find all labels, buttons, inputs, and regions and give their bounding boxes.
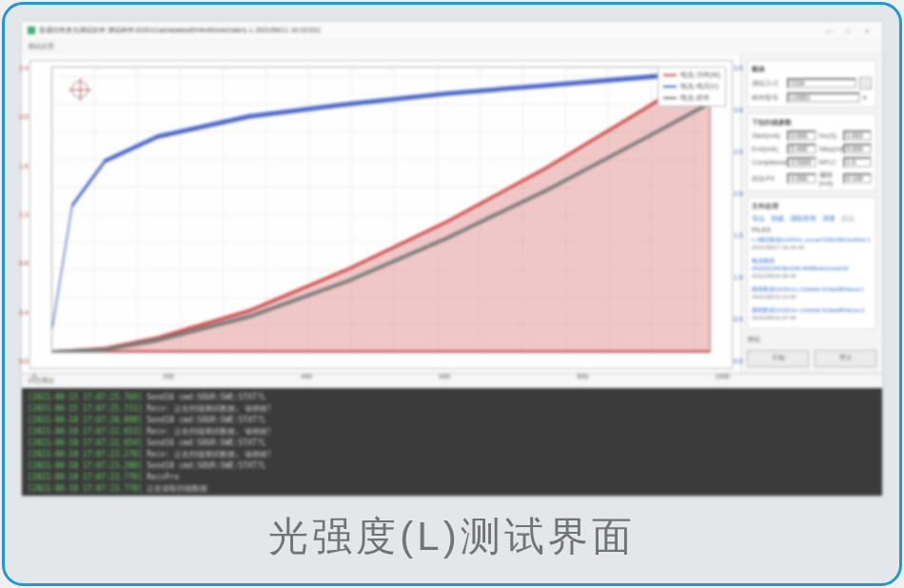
close-button[interactable]: × bbox=[857, 28, 876, 34]
section-sweep-params: 下拉扫描参数 Start(mA) 0.000 Inc(S) 1.003 End(… bbox=[747, 113, 876, 191]
label-offset: 偏移(mA) bbox=[819, 170, 840, 186]
legend-swatch-icon bbox=[663, 97, 677, 99]
subtoolbar: 测试设置 bbox=[22, 40, 882, 54]
label-start: Start(mA) bbox=[752, 132, 784, 139]
ytick-l: 1.6 bbox=[11, 163, 29, 169]
log-line: [2021-08-10 17:07:23.278] Recv: 正在扫描测试数据… bbox=[28, 449, 876, 461]
xtick: 800 bbox=[577, 373, 588, 380]
ytick-r: 0.0 bbox=[734, 358, 751, 364]
ytick-l: 2.4 bbox=[11, 65, 29, 71]
y-axis-left: 2.4 2.0 1.6 1.2 0.8 0.4 0.0 bbox=[11, 61, 29, 368]
file-name: 曲线数据13131/1x-11fa4eb-5c5ab9R4e1ar.1 bbox=[752, 285, 872, 293]
label-nplc: NPLC bbox=[819, 159, 840, 166]
app-icon bbox=[28, 27, 35, 34]
log-body[interactable]: [2021-08-15 17:07:25.769] Send16 cmd:SOU… bbox=[22, 388, 882, 496]
ytick-l: 1.2 bbox=[11, 211, 29, 218]
y-axis-right: 3.5 3.0 2.5 2.0 1.5 1.0 0.5 0.0 bbox=[734, 61, 751, 368]
input-end[interactable]: 0.400 bbox=[787, 144, 816, 154]
log-line: [2021-08-15 17:07:25.769] Send16 cmd:SOU… bbox=[28, 392, 876, 403]
input-step[interactable]: 5.009 bbox=[843, 144, 873, 154]
ytick-r: 0.5 bbox=[734, 316, 751, 323]
input-incs[interactable]: 1.003 bbox=[843, 130, 873, 141]
legend-item[interactable]: 电流-电压(V) bbox=[663, 82, 720, 91]
app-window: 普通特性发光测试软件 测试样件:0101G1ab/abatest0X4b40/x… bbox=[22, 22, 882, 496]
label-comp: Compliance(V) bbox=[752, 159, 784, 166]
input-sample-type[interactable]: LD001 bbox=[787, 92, 860, 103]
input-nplc[interactable]: 1.0 bbox=[843, 157, 873, 167]
xtick: 600 bbox=[439, 373, 450, 380]
file-item[interactable]: 电流曲线(R)20210413kc19fL49585ebdccea1912021… bbox=[752, 257, 872, 280]
footer-label: 测试 bbox=[747, 335, 876, 344]
ytick-r: 2.5 bbox=[734, 148, 751, 155]
section-title: 载体 bbox=[752, 65, 872, 74]
chart-box[interactable]: 2.4 2.0 1.6 1.2 0.8 0.4 0.0 3.5 3.0 2.5 … bbox=[29, 60, 733, 369]
link-clear[interactable]: 清零 bbox=[822, 214, 835, 224]
input-start[interactable]: 0.000 bbox=[787, 130, 816, 141]
legend: 电流-功率(W) 电流-电压(V) 电流-斜率 bbox=[658, 67, 726, 107]
legend-swatch-icon bbox=[663, 74, 677, 76]
file-name: 曲线数据13131/1x-11fa4eb-5c5ab9R4e1ar.2 bbox=[752, 306, 872, 314]
log-pane: 日志信息 [2021-08-15 17:07:25.769] Send16 cm… bbox=[22, 373, 882, 496]
ytick-l: 0.8 bbox=[11, 260, 29, 266]
x-axis: 0 200 400 600 800 1000 bbox=[30, 373, 732, 380]
file-date: 2021/08/16 09:40 bbox=[752, 272, 872, 280]
link-clearall[interactable]: 清除所有 bbox=[790, 214, 816, 224]
file-date: 2021/08/16 13:40 bbox=[752, 293, 872, 301]
side-panel: 载体 测试方式 OSA .. 样件型号 LD001 ▾ 下拉扫描参数 bbox=[740, 54, 882, 373]
ytick-l: 2.0 bbox=[11, 113, 29, 120]
link-fit[interactable]: 拟合 bbox=[841, 214, 855, 224]
section-title: 下拉扫描参数 bbox=[752, 118, 872, 127]
section-title: 文件处理 bbox=[752, 202, 872, 211]
link-load[interactable]: 加载 bbox=[771, 214, 784, 224]
action-buttons: 开始 停止 bbox=[747, 350, 876, 367]
input-fit[interactable]: 4.000 bbox=[787, 173, 816, 184]
stop-button[interactable]: 停止 bbox=[815, 350, 876, 367]
xtick: 200 bbox=[163, 373, 174, 380]
dropdown-icon[interactable]: ▾ bbox=[863, 94, 872, 102]
ytick-r: 1.0 bbox=[734, 274, 751, 281]
chart-pane: 2.4 2.0 1.6 1.2 0.8 0.4 0.0 3.5 3.0 2.5 … bbox=[22, 54, 740, 373]
file-name: 电流曲线(R)20210413kc19fL49585ebdccea191 bbox=[752, 257, 872, 272]
input-test-mode[interactable]: OSA bbox=[787, 78, 856, 88]
minimize-button[interactable]: — bbox=[819, 28, 838, 34]
file-item[interactable]: L-I测试数据G1001A_curve/T20210811xdFe2.12021… bbox=[752, 236, 872, 251]
ytick-r: 3.0 bbox=[734, 107, 751, 113]
label-sample-type: 样件型号 bbox=[752, 93, 784, 103]
plot-svg bbox=[52, 68, 710, 352]
files-title: FILES bbox=[752, 226, 872, 233]
files-list: L-I测试数据G1001A_curve/T20210811xdFe2.12021… bbox=[752, 236, 872, 322]
ytick-l: 0.0 bbox=[11, 358, 29, 364]
file-date: 2021/08/17 16:19:40 bbox=[752, 244, 872, 251]
section-carrier: 载体 测试方式 OSA .. 样件型号 LD001 ▾ bbox=[747, 60, 876, 108]
log-line: [2021-08-10 17:07:22.653] Recv: 正在扫描测试数据… bbox=[28, 426, 876, 438]
maximize-button[interactable]: □ bbox=[838, 28, 857, 34]
link-export[interactable]: 导出 bbox=[752, 214, 765, 224]
legend-label: 电流-斜率 bbox=[680, 93, 709, 103]
input-comp[interactable]: 3.5000 bbox=[787, 157, 816, 167]
log-line: [2021-08-15 17:07:25.731] Recv: 正在扫描测试数据… bbox=[28, 403, 876, 415]
input-offset[interactable]: 0.100 bbox=[843, 173, 873, 184]
xtick: 0 bbox=[32, 373, 36, 380]
label-step: Step(mA) bbox=[819, 146, 840, 152]
file-actions: 导出 加载 清除所有 清零 拟合 bbox=[752, 214, 872, 224]
file-name: L-I测试数据G1001A_curve/T20210811xdFe2.1 bbox=[752, 236, 872, 244]
legend-label: 电流-电压(V) bbox=[680, 82, 718, 91]
log-line: [2021-08-10 17:07:23.770] RecvPro bbox=[28, 472, 876, 483]
log-line: [2021-08-10 17:07:22.654] Send16 cmd:SOU… bbox=[28, 438, 876, 449]
ytick-r: 3.5 bbox=[734, 65, 751, 71]
start-button[interactable]: 开始 bbox=[747, 350, 809, 367]
label-fit: 拟合/Fit bbox=[752, 174, 784, 184]
legend-item[interactable]: 电流-斜率 bbox=[663, 93, 720, 103]
plot-area[interactable] bbox=[51, 67, 711, 353]
legend-swatch-icon bbox=[663, 86, 677, 88]
legend-item[interactable]: 电流-功率(W) bbox=[663, 70, 720, 80]
ytick-l: 0.4 bbox=[11, 309, 29, 316]
subtoolbar-label: 测试设置 bbox=[28, 42, 54, 51]
log-line: [2021-08-10 17:07:20.898] Send18 cmd:SOU… bbox=[28, 415, 876, 426]
label-incs: Inc(S) bbox=[819, 132, 840, 139]
file-item[interactable]: 曲线数据13131/1x-11fa4eb-5c5ab9R4e1ar.12021/… bbox=[752, 285, 872, 301]
browse-button[interactable]: .. bbox=[859, 77, 872, 89]
file-item[interactable]: 曲线数据13131/1x-11fa4eb-5c5ab9R4e1ar.22021/… bbox=[752, 306, 872, 322]
file-date: 2021/08/16 07:40 bbox=[752, 314, 872, 322]
caption: 光强度(L)测试界面 bbox=[5, 496, 899, 578]
